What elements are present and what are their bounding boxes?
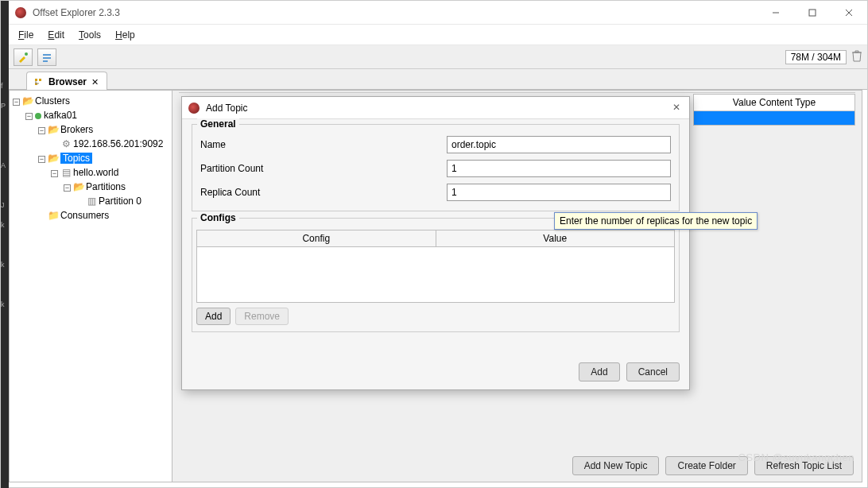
remove-config-button: Remove	[235, 308, 289, 325]
add-new-topic-button[interactable]: Add New Topic	[572, 456, 660, 475]
app-icon	[15, 7, 26, 18]
folder-closed-icon: 📁	[48, 208, 59, 223]
tree-cluster-kafka01[interactable]: kafka01	[44, 110, 77, 121]
watermark: CSDN @suyukangchen	[738, 451, 854, 463]
name-input[interactable]	[447, 136, 671, 153]
status-dot-icon	[35, 113, 41, 119]
general-fieldset: General Name Partition Count Replica Cou…	[192, 124, 680, 211]
svg-rect-6	[43, 57, 51, 59]
svg-rect-8	[35, 79, 37, 81]
dialog-add-button[interactable]: Add	[579, 362, 619, 381]
tree-topic-helloworld[interactable]: hello.world	[73, 167, 118, 178]
partition-count-input[interactable]	[447, 160, 671, 177]
folder-open-icon: 📂	[22, 94, 33, 108]
content-type-selected-row[interactable]	[694, 111, 854, 125]
topic-icon: ▤	[60, 165, 72, 180]
dialog-title: Add Topic	[206, 103, 247, 114]
svg-point-4	[25, 52, 28, 56]
add-config-button[interactable]: Add	[196, 308, 231, 325]
configs-legend: Configs	[197, 212, 239, 223]
left-edge-shadow: fP A Jk k k	[1, 1, 9, 488]
expander-icon[interactable]: −	[25, 113, 33, 120]
dialog-cancel-button[interactable]: Cancel	[626, 362, 680, 381]
tree-partitions[interactable]: Partitions	[86, 181, 126, 192]
tree-pane: −📂Clusters −kafka01 −📂Brokers ⚙192.168.5…	[10, 91, 172, 482]
configs-table-body[interactable]	[196, 247, 675, 303]
tree-brokers[interactable]: Brokers	[60, 124, 93, 135]
connect-button[interactable]	[14, 48, 33, 66]
expander-icon[interactable]: −	[38, 127, 45, 134]
svg-rect-5	[43, 54, 51, 56]
tab-label: Browser	[48, 76, 87, 87]
content-type-header: Value Content Type	[694, 95, 854, 111]
replica-count-label: Replica Count	[200, 187, 447, 198]
svg-rect-1	[809, 10, 816, 16]
tree-icon	[35, 78, 45, 86]
menu-tools[interactable]: Tools	[79, 29, 101, 41]
folder-open-icon: 📂	[73, 180, 84, 194]
tab-row: Browser ✕	[9, 69, 867, 90]
app-icon	[188, 103, 200, 114]
tree-consumers[interactable]: Consumers	[60, 210, 109, 221]
menu-help[interactable]: Help	[115, 29, 135, 41]
gc-button[interactable]	[851, 49, 862, 64]
expander-icon[interactable]: −	[64, 184, 71, 192]
tree-clusters[interactable]: Clusters	[35, 95, 70, 107]
tab-close-icon[interactable]: ✕	[91, 77, 99, 87]
app-window: fP A Jk k k Offset Explorer 2.3.3 File E…	[0, 0, 868, 488]
menu-bar: File Edit Tools Help	[9, 25, 867, 45]
toolbar: 78M / 304M	[9, 45, 867, 69]
config-column-header[interactable]: Config	[197, 230, 436, 247]
create-folder-button[interactable]: Create Folder	[665, 456, 747, 475]
window-title: Offset Explorer 2.3.3	[33, 7, 120, 18]
close-button[interactable]	[831, 1, 867, 25]
configs-fieldset: Configs Config Value Add Remove	[192, 218, 680, 332]
folder-open-icon: 📂	[48, 151, 59, 165]
configs-table: Config Value	[196, 230, 675, 247]
menu-file[interactable]: File	[18, 29, 33, 41]
minimize-button[interactable]	[758, 1, 794, 25]
replica-count-input[interactable]	[447, 184, 671, 201]
title-bar: Offset Explorer 2.3.3	[9, 1, 867, 25]
gear-icon: ⚙	[60, 137, 72, 151]
partition-icon: ▥	[86, 194, 97, 208]
expander-icon[interactable]: −	[13, 99, 20, 106]
dialog-title-bar: Add Topic ✕	[182, 97, 689, 119]
tree-broker-1[interactable]: 192.168.56.201:9092	[73, 138, 163, 149]
svg-rect-7	[43, 60, 48, 62]
name-label: Name	[200, 139, 447, 150]
content-type-panel: Value Content Type	[693, 94, 855, 126]
general-legend: General	[197, 118, 239, 130]
menu-edit[interactable]: Edit	[48, 29, 64, 41]
dialog-close-icon[interactable]: ✕	[670, 102, 683, 114]
add-topic-dialog: Add Topic ✕ General Name Partition Count…	[181, 96, 690, 390]
tooltip: Enter the number of replicas for the new…	[554, 212, 758, 230]
partition-count-label: Partition Count	[200, 163, 447, 174]
memory-indicator: 78M / 304M	[785, 50, 847, 64]
expander-icon[interactable]: −	[51, 170, 58, 177]
expander-icon[interactable]: −	[38, 156, 45, 163]
folder-open-icon: 📂	[48, 122, 59, 137]
tree-partition-0[interactable]: Partition 0	[99, 196, 141, 207]
svg-rect-9	[39, 79, 41, 81]
maximize-button[interactable]	[794, 1, 831, 25]
tree-topics-selected[interactable]: Topics	[60, 153, 92, 164]
settings-button[interactable]	[37, 48, 56, 66]
value-column-header[interactable]: Value	[436, 230, 675, 247]
